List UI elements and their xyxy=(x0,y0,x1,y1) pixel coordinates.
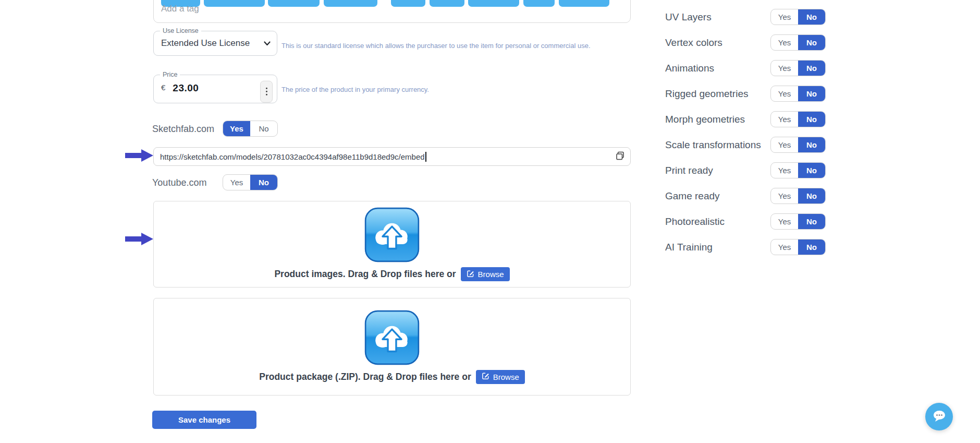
kebab-menu-icon xyxy=(266,88,267,89)
toggle-no-button[interactable]: No xyxy=(798,214,825,229)
browse-images-button[interactable]: Browse xyxy=(461,267,510,281)
attributes-panel: UV LayersYesNoVertex colorsYesNoAnimatio… xyxy=(665,4,826,260)
toggle-no-button[interactable]: No xyxy=(250,175,277,190)
price-options-button[interactable] xyxy=(260,80,273,102)
chevron-down-icon xyxy=(264,41,271,46)
toggle-yes-button[interactable]: Yes xyxy=(771,214,798,229)
toggle-yes-button[interactable]: Yes xyxy=(771,61,798,76)
browse-images-label: Browse xyxy=(478,270,504,279)
annotation-arrow-images-icon xyxy=(125,232,154,246)
toggle-yes-button[interactable]: Yes xyxy=(223,175,250,190)
chat-bubble-icon xyxy=(931,408,948,426)
attribute-label: Vertex colors xyxy=(665,37,722,49)
rigged-geometries-toggle: YesNo xyxy=(770,86,826,102)
add-tag-placeholder: Add a tag xyxy=(161,4,199,14)
attribute-row: PhotorealisticYesNo xyxy=(665,209,826,234)
tag-chip[interactable] xyxy=(324,0,377,7)
youtube-label: Youtube.com xyxy=(152,177,206,188)
dropzone-package-text: Product package (.ZIP). Drag & Drop file… xyxy=(259,372,471,382)
sketchfab-label: Sketchfab.com xyxy=(152,124,214,135)
attribute-row: UV LayersYesNo xyxy=(665,4,826,30)
toggle-no-button[interactable]: No xyxy=(798,112,825,127)
attribute-row: Game readyYesNo xyxy=(665,183,826,209)
edit-icon xyxy=(482,372,489,381)
toggle-yes-button[interactable]: Yes xyxy=(771,137,798,152)
price-value: 23.00 xyxy=(173,82,199,94)
product-package-dropzone[interactable]: Product package (.ZIP). Drag & Drop file… xyxy=(153,298,631,396)
toggle-no-button[interactable]: No xyxy=(798,137,825,152)
vertex-colors-toggle: YesNo xyxy=(770,34,826,51)
toggle-no-button[interactable]: No xyxy=(798,163,825,178)
attribute-label: Scale transformations xyxy=(665,139,761,151)
cloud-upload-icon xyxy=(364,207,420,262)
toggle-yes-button[interactable]: Yes xyxy=(771,163,798,178)
sketchfab-url-input[interactable]: https://sketchfab.com/models/20781032ac0… xyxy=(153,147,631,166)
attribute-row: Vertex colorsYesNo xyxy=(665,30,826,55)
attribute-label: Animations xyxy=(665,63,714,74)
save-changes-button[interactable]: Save changes xyxy=(152,411,256,429)
toggle-no-button[interactable]: No xyxy=(250,121,277,136)
currency-symbol: € xyxy=(161,83,165,92)
browse-package-label: Browse xyxy=(493,373,519,381)
photorealistic-toggle: YesNo xyxy=(770,213,826,230)
attribute-row: AI TrainingYesNo xyxy=(665,234,826,260)
scale-transformations-toggle: YesNo xyxy=(770,137,826,153)
toggle-no-button[interactable]: No xyxy=(798,86,825,101)
toggle-no-button[interactable]: No xyxy=(798,35,825,50)
use-license-select[interactable]: Use License Extended Use License xyxy=(153,27,277,56)
sketchfab-toggle: YesNo xyxy=(223,121,278,137)
attribute-label: Print ready xyxy=(665,165,713,176)
toggle-no-button[interactable]: No xyxy=(798,9,825,25)
chat-widget-button[interactable] xyxy=(925,403,953,430)
edit-icon xyxy=(467,270,474,279)
toggle-yes-button[interactable]: Yes xyxy=(771,35,798,50)
use-license-label: Use License xyxy=(160,27,201,34)
copy-url-button[interactable] xyxy=(615,150,626,163)
print-ready-toggle: YesNo xyxy=(770,162,826,178)
annotation-arrow-url-icon xyxy=(125,149,154,162)
dropzone-images-text: Product images. Drag & Drop files here o… xyxy=(274,269,456,280)
tag-chip[interactable] xyxy=(559,0,609,7)
toggle-yes-button[interactable]: Yes xyxy=(223,121,250,136)
tag-chip[interactable] xyxy=(204,0,265,7)
tags-input-container[interactable]: Add a tag xyxy=(153,0,631,23)
attribute-label: Photorealistic xyxy=(665,216,725,228)
ai-training-toggle: YesNo xyxy=(770,239,826,255)
use-license-value: Extended Use License xyxy=(161,38,250,49)
attribute-row: Print readyYesNo xyxy=(665,158,826,183)
tag-chip[interactable] xyxy=(268,0,320,7)
tag-chip[interactable] xyxy=(391,0,425,7)
game-ready-toggle: YesNo xyxy=(770,188,826,204)
youtube-toggle: YesNo xyxy=(223,174,278,190)
attribute-row: Rigged geometriesYesNo xyxy=(665,81,826,106)
toggle-no-button[interactable]: No xyxy=(798,240,825,255)
product-images-dropzone[interactable]: Product images. Drag & Drop files here o… xyxy=(153,201,631,288)
morph-geometries-toggle: YesNo xyxy=(770,111,826,127)
toggle-yes-button[interactable]: Yes xyxy=(771,86,798,101)
product-edit-page: Add a tag Use License Extended Use Licen… xyxy=(0,0,980,443)
tag-chips-row xyxy=(154,0,630,7)
toggle-no-button[interactable]: No xyxy=(798,61,825,76)
attribute-label: Rigged geometries xyxy=(665,88,748,100)
attribute-row: Scale transformationsYesNo xyxy=(665,132,826,158)
copy-icon xyxy=(616,151,625,162)
tag-chip[interactable] xyxy=(523,0,555,7)
uv-layers-toggle: YesNo xyxy=(770,9,826,25)
price-help: The price of the product in your primary… xyxy=(281,86,429,93)
price-field[interactable]: Price € 23.00 xyxy=(153,71,277,103)
toggle-yes-button[interactable]: Yes xyxy=(771,240,798,255)
toggle-yes-button[interactable]: Yes xyxy=(771,112,798,127)
toggle-no-button[interactable]: No xyxy=(798,188,825,203)
sketchfab-url-text: https://sketchfab.com/models/20781032ac0… xyxy=(160,152,425,161)
use-license-help: This is our standard license which allow… xyxy=(281,42,591,50)
tag-chip[interactable] xyxy=(468,0,519,7)
attribute-row: AnimationsYesNo xyxy=(665,55,826,81)
browse-package-button[interactable]: Browse xyxy=(476,370,525,384)
attribute-label: Morph geometries xyxy=(665,114,745,125)
attribute-label: AI Training xyxy=(665,242,713,253)
animations-toggle: YesNo xyxy=(770,60,826,76)
toggle-yes-button[interactable]: Yes xyxy=(771,188,798,203)
tag-chip[interactable] xyxy=(430,0,464,7)
toggle-yes-button[interactable]: Yes xyxy=(771,9,798,25)
attribute-label: UV Layers xyxy=(665,11,712,23)
